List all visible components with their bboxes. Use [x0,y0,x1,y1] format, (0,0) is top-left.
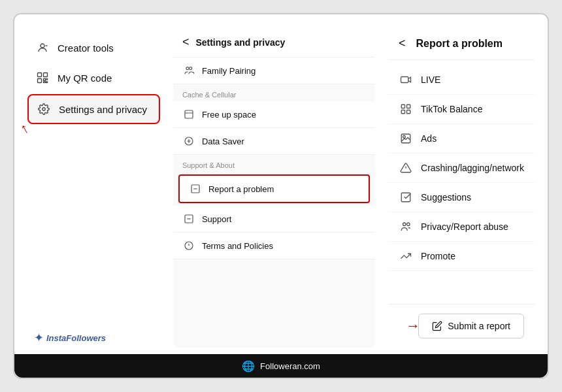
support-icon [182,212,195,225]
sidebar-item-creator-tools[interactable]: Creator tools [27,34,160,61]
submit-icon [432,321,442,331]
suggestions-label: Suggestions [421,192,471,203]
report-problem-icon [189,182,202,195]
free-up-space-icon [182,108,195,121]
ads-icon [399,131,413,146]
live-label: LIVE [421,74,440,85]
crashing-label: Crashing/lagging/network [421,163,524,173]
panel-item-terms[interactable]: Terms and Policies [173,233,375,259]
svg-point-30 [403,136,406,139]
logo-text: InstaFollowers [46,333,106,343]
right-item-crashing[interactable]: Crashing/lagging/network [388,154,535,183]
crashing-icon [399,161,413,175]
promote-label: Promote [421,251,455,261]
tiktok-balance-label: TikTok Balance [421,104,482,114]
middle-panel: < Settings and privacy Family Pairing Ca… [173,27,375,348]
right-panel: < Report a problem LIVE [388,27,535,348]
free-up-space-label: Free up space [202,110,256,120]
tiktok-balance-icon [399,102,413,116]
svg-point-35 [407,223,410,226]
terms-icon [182,239,195,252]
bottom-bar-label: Followeran.com [260,361,320,371]
panel-item-report-problem[interactable]: Report a problem [178,174,370,203]
cache-section-label: Cache & Cellular [173,84,375,101]
svg-point-10 [186,67,189,70]
middle-panel-title: Settings and privacy [195,37,285,48]
right-item-suggestions[interactable]: Suggestions [388,183,535,212]
submit-report-label: Submit a report [448,321,510,331]
svg-rect-3 [44,73,48,77]
svg-rect-12 [185,110,193,118]
svg-point-9 [42,108,46,111]
right-item-promote[interactable]: Promote [388,242,535,271]
data-saver-label: Data Saver [202,137,244,146]
svg-rect-33 [401,193,410,202]
panel-item-free-up-space[interactable]: Free up space [173,101,375,128]
right-item-privacy-report[interactable]: Privacy/Report abuse [388,212,535,242]
svg-rect-27 [401,110,405,114]
svg-rect-5 [44,79,46,81]
right-panel-footer: → Submit a report [388,304,535,348]
settings-icon [37,102,51,116]
middle-back-arrow[interactable]: < [182,35,190,49]
svg-rect-4 [38,79,42,83]
submit-report-button[interactable]: Submit a report [418,314,524,338]
panel-item-family-pairing[interactable]: Family Pairing [173,57,375,84]
terms-label: Terms and Policies [202,241,273,251]
panel-item-data-saver[interactable]: Data Saver [173,128,375,155]
svg-rect-24 [401,77,408,83]
qr-code-label: My QR code [58,73,112,84]
svg-rect-7 [44,82,45,83]
middle-panel-header: < Settings and privacy [173,27,375,57]
creator-tools-icon [35,41,50,55]
panel-item-support[interactable]: Support [173,206,375,233]
right-back-arrow[interactable]: < [399,37,406,50]
promote-icon [399,249,413,263]
privacy-report-icon [399,220,413,234]
live-icon [399,73,413,87]
sidebar-item-qr-code[interactable]: My QR code [27,64,160,91]
creator-tools-label: Creator tools [58,42,114,54]
right-item-live[interactable]: LIVE [388,65,535,95]
data-saver-icon [182,135,195,148]
ads-label: Ads [421,133,437,144]
svg-rect-28 [407,110,410,114]
qr-code-icon [35,71,50,85]
content-area: Creator tools My QR code [14,14,548,354]
svg-rect-6 [46,79,48,80]
svg-point-0 [41,44,44,48]
sidebar: Creator tools My QR code [27,27,160,348]
logo-area: ✦ InstaFollowers [34,331,106,345]
support-section-label: Support & About [173,155,375,172]
bottom-bar: 🌐 Followeran.com [14,354,548,378]
report-problem-label: Report a problem [208,184,274,194]
svg-point-11 [190,67,192,70]
right-panel-items: LIVE TikTok Balance [388,60,535,304]
privacy-report-label: Privacy/Report abuse [421,221,508,232]
family-pairing-icon [182,64,195,77]
svg-rect-25 [401,105,405,108]
right-panel-header: < Report a problem [388,27,535,60]
globe-icon: 🌐 [242,360,255,372]
family-pairing-label: Family Pairing [202,66,256,76]
svg-rect-26 [407,105,410,108]
settings-label: Settings and privacy [59,104,147,115]
support-label: Support [202,214,232,224]
right-panel-title: Report a problem [416,38,503,50]
svg-rect-8 [46,82,48,83]
svg-rect-2 [38,73,42,77]
right-item-ads[interactable]: Ads [388,124,535,154]
svg-point-34 [403,223,406,226]
suggestions-icon [399,190,413,204]
main-window: Creator tools My QR code [13,13,549,379]
right-item-tiktok-balance[interactable]: TikTok Balance [388,95,535,124]
